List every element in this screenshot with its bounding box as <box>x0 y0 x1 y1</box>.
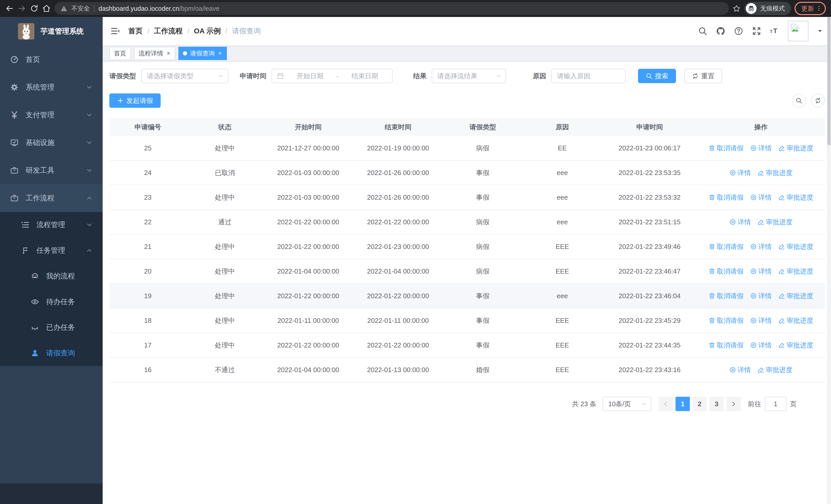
sidebar-item-10[interactable]: 已办任务 <box>0 315 103 340</box>
sidebar-toggle-icon[interactable] <box>110 26 120 36</box>
cancel-leave-link[interactable]: 取消请假 <box>709 292 744 300</box>
browser-update-button[interactable]: 更新 <box>795 2 826 15</box>
not-secure-icon[interactable] <box>61 5 67 12</box>
tab-2[interactable]: 请假查询× <box>178 47 227 60</box>
sidebar-item-7[interactable]: 任务管理 <box>0 238 103 263</box>
table-body: 25处理中2021-12-27 00:00:002022-01-19 00:00… <box>109 136 825 382</box>
approval-progress-link[interactable]: 审批进度 <box>757 217 793 227</box>
refresh-table-button[interactable] <box>811 94 825 108</box>
next-page-button[interactable] <box>726 397 741 411</box>
detail-link[interactable]: 详情 <box>750 292 772 300</box>
sidebar-item-11[interactable]: 请假查询 <box>0 340 103 366</box>
approval-progress-link[interactable]: 审批进度 <box>778 242 813 251</box>
sidebar-item-2[interactable]: 支付管理 <box>0 101 103 129</box>
font-size-icon[interactable] <box>770 26 779 36</box>
leave-type-select[interactable]: 请选择请假类型 <box>141 69 228 83</box>
sidebar-item-4[interactable]: 研发工具 <box>0 156 103 184</box>
cancel-leave-link[interactable]: 取消请假 <box>709 193 744 202</box>
sidebar-item-9[interactable]: 待办任务 <box>0 289 103 315</box>
toggle-search-button[interactable] <box>792 94 806 108</box>
tab-0[interactable]: 首页 <box>109 47 131 60</box>
cancel-leave-link[interactable]: 取消请假 <box>709 267 744 276</box>
tab-close-icon[interactable]: × <box>218 50 222 57</box>
breadcrumb-item-1[interactable]: 工作流程 <box>154 26 183 36</box>
cell-actions: 取消请假详情审批进度 <box>697 242 825 251</box>
scrollbar-thumb[interactable] <box>827 17 830 145</box>
approval-progress-link[interactable]: 审批进度 <box>778 316 813 325</box>
approval-progress-link[interactable]: 审批进度 <box>778 144 813 153</box>
cell-reason: EEE <box>522 341 602 349</box>
detail-link[interactable]: 详情 <box>750 242 772 251</box>
reload-icon[interactable] <box>30 4 38 13</box>
page-button-2[interactable]: 2 <box>692 397 707 411</box>
user-avatar[interactable] <box>788 21 808 41</box>
cancel-leave-link[interactable]: 取消请假 <box>709 144 744 153</box>
fullscreen-icon[interactable] <box>752 26 761 36</box>
apply-time-range-picker[interactable]: 开始日期 - 结束日期 <box>271 69 393 83</box>
prev-page-button[interactable] <box>659 397 673 411</box>
cell-actions: 详情审批进度 <box>697 217 825 227</box>
active-tab-dot <box>183 51 187 55</box>
github-icon[interactable] <box>716 26 725 36</box>
cell-id: 19 <box>109 292 186 300</box>
browser-menu-icon[interactable] <box>815 5 822 12</box>
back-icon[interactable] <box>5 4 14 13</box>
reason-input[interactable] <box>557 72 620 80</box>
detail-link[interactable]: 详情 <box>750 341 772 350</box>
cancel-leave-link[interactable]: 取消请假 <box>709 316 744 325</box>
detail-link[interactable]: 详情 <box>750 267 772 276</box>
detail-link[interactable]: 详情 <box>729 217 751 227</box>
approval-progress-link[interactable]: 审批进度 <box>757 168 793 177</box>
sidebar-item-5[interactable]: 工作流程 <box>0 184 103 212</box>
reset-button[interactable]: 重置 <box>684 69 722 83</box>
detail-link[interactable]: 详情 <box>750 316 772 325</box>
detail-link[interactable]: 详情 <box>729 168 751 177</box>
sidebar-menu: 首页系统管理支付管理基础设施研发工具工作流程流程管理任务管理我的流程待办任务已办… <box>0 46 103 366</box>
sidebar-item-1[interactable]: 系统管理 <box>0 73 103 101</box>
page-size-select[interactable]: 10条/页 <box>603 397 651 411</box>
approval-progress-link[interactable]: 审批进度 <box>757 365 793 375</box>
create-leave-button[interactable]: 发起请假 <box>109 93 161 108</box>
approval-progress-link[interactable]: 审批进度 <box>778 193 813 202</box>
sidebar: 芋道管理系统 首页系统管理支付管理基础设施研发工具工作流程流程管理任务管理我的流… <box>0 17 103 504</box>
list-icon <box>21 221 29 229</box>
forward-icon[interactable] <box>18 4 26 13</box>
chevron-down-icon <box>86 84 92 90</box>
cancel-leave-link[interactable]: 取消请假 <box>709 242 744 251</box>
approval-progress-link[interactable]: 审批进度 <box>778 292 813 300</box>
cancel-leave-link[interactable]: 取消请假 <box>709 341 744 350</box>
approval-progress-link[interactable]: 审批进度 <box>778 341 813 350</box>
sidebar-item-6[interactable]: 流程管理 <box>0 212 103 238</box>
jumper-input[interactable] <box>765 397 786 411</box>
sidebar-collapse-bar[interactable] <box>0 483 103 504</box>
sidebar-item-3[interactable]: 基础设施 <box>0 129 103 156</box>
address-bar[interactable]: 不安全 dashboard.yudao.iocoder.cn/bpm/oa/le… <box>54 2 729 15</box>
detail-link[interactable]: 详情 <box>750 144 772 153</box>
start-date-placeholder[interactable]: 开始日期 <box>287 71 333 81</box>
sidebar-item-8[interactable]: 我的流程 <box>0 263 103 289</box>
column-header-6: 申请时间 <box>602 123 697 131</box>
page-button-1[interactable]: 1 <box>676 397 690 411</box>
breadcrumb-item-2[interactable]: OA 示例 <box>194 26 221 36</box>
url-host: dashboard.yudao.iocoder.cn <box>98 5 179 12</box>
result-select[interactable]: 请选择流结果 <box>432 69 506 83</box>
tab-1[interactable]: 流程详情× <box>134 47 175 60</box>
detail-link[interactable]: 详情 <box>750 193 772 202</box>
end-date-placeholder[interactable]: 结束日期 <box>342 71 388 81</box>
help-icon[interactable] <box>734 26 743 36</box>
tab-close-icon[interactable]: × <box>166 50 171 57</box>
app-logo-row[interactable]: 芋道管理系统 <box>0 17 103 46</box>
search-button[interactable]: 搜索 <box>638 69 676 83</box>
sidebar-item-label: 研发工具 <box>26 166 54 175</box>
page-button-3[interactable]: 3 <box>709 397 724 411</box>
breadcrumb-item-0[interactable]: 首页 <box>128 26 143 36</box>
avatar-caret-icon[interactable] <box>817 28 823 34</box>
cell-status: 已取消 <box>186 168 263 177</box>
window-scrollbar[interactable] <box>827 17 831 504</box>
detail-link[interactable]: 详情 <box>729 365 751 375</box>
search-icon[interactable] <box>698 26 707 36</box>
bookmark-star-icon[interactable] <box>733 4 741 12</box>
approval-progress-link[interactable]: 审批进度 <box>778 267 813 276</box>
sidebar-item-0[interactable]: 首页 <box>0 46 103 73</box>
home-icon[interactable] <box>42 4 51 13</box>
